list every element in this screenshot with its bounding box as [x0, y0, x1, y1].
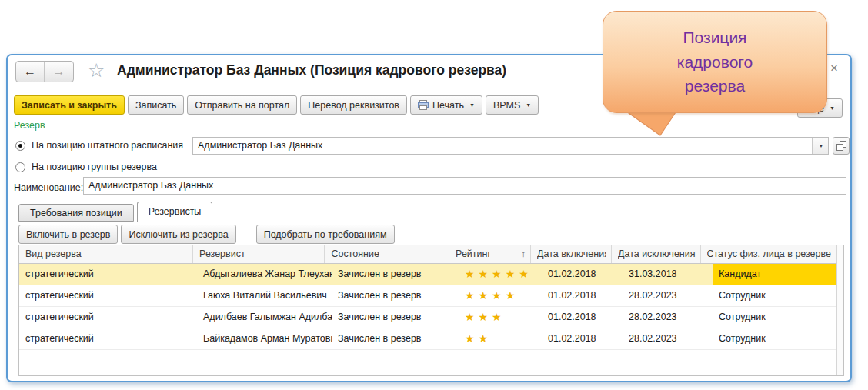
table-row[interactable]: стратегическийАдилбаев Галымжан Адилба..… — [19, 307, 836, 328]
column-header-label: Дата исключения — [618, 245, 696, 263]
state-cell[interactable]: Зачислен в резерв — [332, 285, 459, 306]
reserve-kind-cell[interactable]: стратегический — [19, 285, 197, 306]
table-row[interactable]: стратегическийГаюха Виталий ВасильевичЗа… — [19, 285, 836, 307]
date-included-cell[interactable]: 01.02.2018 — [542, 328, 623, 349]
radio-selected-icon[interactable] — [15, 141, 25, 151]
radio-staff-position-label: На позицию штатного расписания — [32, 140, 183, 151]
vertical-scrollbar[interactable] — [836, 245, 843, 375]
table-row[interactable]: стратегическийБайкадамов Арман Муратович… — [19, 328, 836, 350]
open-item-button[interactable] — [833, 137, 850, 155]
chevron-down-icon: ▼ — [469, 102, 475, 108]
status-cell[interactable]: Сотрудник — [713, 328, 836, 349]
nav-button-group: ← → — [15, 61, 74, 82]
status-cell[interactable]: Сотрудник — [713, 285, 836, 306]
tab-reservists[interactable]: Резервисты — [137, 202, 213, 222]
reservist-cell[interactable]: Абдыгалиева Жанар Тлеухан... — [197, 264, 332, 285]
date-excluded-cell[interactable]: 31.03.2018 — [623, 264, 713, 285]
favorite-star-icon[interactable]: ☆ — [88, 58, 105, 82]
select-by-requirements-button[interactable]: Подобрать по требованиям — [256, 225, 395, 244]
radio-reserve-group[interactable]: На позицию группы резерва — [15, 160, 157, 174]
forward-arrow-icon: → — [53, 65, 65, 78]
open-icon — [836, 141, 846, 151]
callout-text: Позиция кадрового резерва — [677, 25, 753, 98]
column-header[interactable]: Состояние — [325, 245, 449, 263]
print-button[interactable]: Печать ▼ — [410, 95, 482, 115]
date-included-cell[interactable]: 01.02.2018 — [542, 307, 623, 328]
rating-cell[interactable]: ★★ — [459, 328, 542, 349]
column-header[interactable]: Дата исключения — [612, 245, 701, 263]
bpms-button[interactable]: BPMS ▼ — [486, 95, 539, 115]
send-to-portal-button[interactable]: Отправить на портал — [187, 95, 297, 115]
column-header-label: Рейтинг — [456, 245, 519, 263]
close-icon[interactable]: × — [830, 62, 838, 75]
reserve-group-label: Резерв — [14, 120, 45, 131]
combobox-dropdown-button[interactable]: ▼ — [812, 138, 828, 154]
state-cell[interactable]: Зачислен в резерв — [332, 328, 459, 349]
status-cell[interactable]: Сотрудник — [713, 307, 836, 328]
forward-button[interactable]: → — [45, 62, 73, 82]
column-header-label: Дата включения — [537, 245, 606, 263]
reservists-table: Вид резерваРезервистСостояниеРейтинг↑Дат… — [18, 245, 844, 376]
reserve-kind-cell[interactable]: стратегический — [19, 264, 197, 285]
table-row[interactable]: стратегическийАбдыгалиева Жанар Тлеухан.… — [19, 264, 836, 285]
column-header[interactable]: Статус физ. лица в резерве — [701, 245, 836, 263]
tab-position-requirements[interactable]: Требования позиции — [18, 204, 134, 222]
state-cell[interactable]: Зачислен в резерв — [332, 264, 459, 285]
print-label: Печать — [432, 100, 464, 111]
date-included-cell[interactable]: 01.02.2018 — [542, 264, 623, 285]
column-header[interactable]: Рейтинг↑ — [449, 245, 531, 263]
column-header-label: Резервист — [199, 245, 319, 263]
chevron-down-icon: ▼ — [526, 102, 531, 108]
radio-reserve-group-label: На позицию группы резерва — [32, 162, 157, 172]
rating-cell[interactable]: ★★★ — [459, 307, 542, 328]
page-title: Администратор Баз Данных (Позиция кадров… — [117, 62, 506, 78]
rating-cell[interactable]: ★★★★ — [459, 285, 542, 306]
name-input[interactable]: Администратор Баз Данных — [83, 177, 846, 195]
date-excluded-cell[interactable]: 28.02.2023 — [623, 285, 713, 306]
reserve-kind-cell[interactable]: стратегический — [19, 328, 197, 349]
date-excluded-cell[interactable]: 28.02.2023 — [623, 307, 713, 328]
reservist-cell[interactable]: Гаюха Виталий Васильевич — [197, 285, 332, 306]
position-combobox[interactable]: Администратор Баз Данных ▼ — [192, 137, 829, 155]
printer-icon — [418, 100, 429, 110]
column-header[interactable]: Резервист — [193, 245, 325, 263]
radio-staff-position[interactable]: На позицию штатного расписания — [15, 138, 183, 152]
rating-cell[interactable]: ★★★★★ — [459, 264, 542, 285]
status-cell[interactable]: Кандидат — [713, 264, 836, 285]
back-button[interactable]: ← — [16, 62, 45, 82]
radio-unselected-icon[interactable] — [15, 162, 25, 172]
column-header-label: Статус физ. лица в резерве — [707, 245, 831, 263]
annotation-callout: Позиция кадрового резерва — [603, 11, 827, 113]
column-header-label: Состояние — [331, 245, 444, 263]
spacer — [239, 225, 253, 245]
save-button[interactable]: Записать — [128, 95, 184, 115]
include-in-reserve-button[interactable]: Включить в резерв — [18, 225, 118, 244]
transfer-details-button[interactable]: Перевод реквизитов — [300, 95, 407, 115]
save-and-close-button[interactable]: Записать и закрыть — [14, 95, 125, 115]
column-header-label: Вид резерва — [25, 245, 188, 263]
chevron-down-icon: ▼ — [819, 143, 824, 148]
column-header[interactable]: Вид резерва — [19, 245, 193, 263]
tab-bar: Требования позиции Резервисты — [18, 202, 212, 222]
table-actions: Включить в резерв Исключить из резерва П… — [18, 225, 395, 245]
position-value: Администратор Баз Данных — [193, 138, 812, 154]
table-body: стратегическийАбдыгалиева Жанар Тлеухан.… — [19, 264, 836, 350]
back-arrow-icon: ← — [24, 65, 36, 78]
sort-up-icon: ↑ — [521, 245, 526, 263]
state-cell[interactable]: Зачислен в резерв — [332, 307, 459, 328]
reservist-cell[interactable]: Байкадамов Арман Муратович — [197, 328, 332, 349]
date-excluded-cell[interactable]: 28.02.2023 — [623, 328, 713, 349]
date-included-cell[interactable]: 01.02.2018 — [542, 285, 623, 306]
exclude-from-reserve-button[interactable]: Исключить из резерва — [121, 225, 235, 244]
reserve-kind-cell[interactable]: стратегический — [19, 307, 197, 328]
name-label: Наименование: — [14, 182, 83, 193]
column-header[interactable]: Дата включения — [531, 245, 612, 263]
toolbar: Записать и закрыть Записать Отправить на… — [14, 95, 539, 115]
table-header-row: Вид резерваРезервистСостояниеРейтинг↑Дат… — [19, 245, 836, 264]
reservist-cell[interactable]: Адилбаев Галымжан Адилба... — [197, 307, 332, 328]
chevron-down-icon: ▼ — [830, 105, 835, 111]
bpms-label: BPMS — [493, 100, 520, 111]
